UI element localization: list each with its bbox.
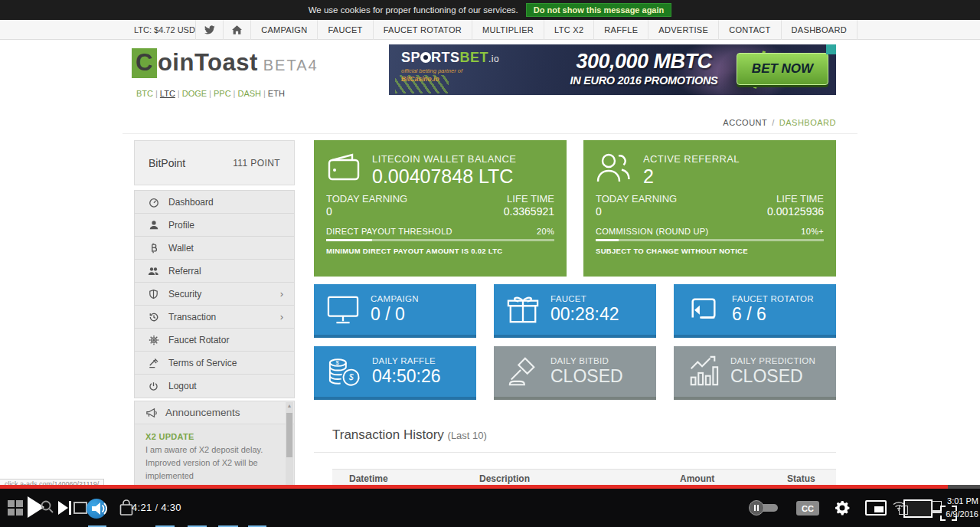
column-datetime: Datetime: [349, 473, 388, 484]
nav-item-campaign[interactable]: CAMPAIGN: [250, 20, 317, 40]
bet-now-button[interactable]: BET NOW: [737, 53, 828, 85]
autoplay-toggle[interactable]: [749, 502, 779, 513]
nav-item-faucet[interactable]: FAUCET: [317, 20, 372, 40]
player-settings-gear-icon[interactable]: [833, 499, 851, 520]
windows-start-button[interactable]: [8, 500, 23, 516]
coin-link-btc[interactable]: BTC: [136, 89, 153, 98]
coin-link-doge[interactable]: DOGE: [182, 89, 207, 98]
faucet-tile[interactable]: FAUCET 00:28:42: [494, 284, 656, 338]
active-referral-card: ACTIVE REFERRAL 2 TODAY EARNING LIFE TIM…: [583, 140, 836, 277]
power-icon: [148, 381, 159, 391]
breadcrumb-separator: /: [772, 118, 775, 127]
gift-icon: [507, 293, 539, 326]
faucet-rotator-tile[interactable]: FAUCET ROTATOR 6 / 6: [674, 284, 836, 338]
sidebar-item-label: Security: [168, 289, 271, 300]
logo-c-block: C: [132, 48, 157, 78]
tile-label: CAMPAIGN: [371, 294, 419, 303]
sidebar-item-faucet-rotator[interactable]: Faucet Rotator: [135, 329, 294, 352]
daily-raffle-tile[interactable]: $$ DAILY RAFFLE 04:50:26: [314, 346, 476, 400]
announcement-line: implemented: [145, 471, 276, 480]
nav-item-faucet-rotator[interactable]: FAUCET ROTATOR: [373, 20, 472, 40]
clock-time: 3:01 PM: [943, 495, 978, 508]
banner-subtitle-brand: BitCasino.io: [401, 75, 439, 83]
miniplayer-button[interactable]: [865, 500, 887, 516]
time-total: 4:30: [161, 502, 181, 513]
daily-prediction-tile: DAILY PREDICTION CLOSED: [674, 346, 836, 400]
nav-item-raffle[interactable]: RAFFLE: [593, 20, 648, 40]
breadcrumb: ACCOUNT/DASHBOARD: [723, 118, 836, 127]
closed-captions-button[interactable]: CC: [796, 501, 819, 516]
breadcrumb-account[interactable]: ACCOUNT: [723, 118, 767, 127]
bitpoint-value: 111 POINT: [233, 158, 280, 169]
users-icon: [148, 266, 159, 277]
referral-card-value: 2: [643, 165, 740, 188]
nav-item-ltc-x2[interactable]: LTC X2: [544, 20, 593, 40]
sidebar-item-transaction[interactable]: Transaction ›: [135, 306, 294, 329]
transaction-history-title: Transaction History (Last 10): [332, 427, 487, 443]
soccer-ball-icon: [420, 52, 431, 63]
cookie-dismiss-button[interactable]: Do not show this message again: [526, 3, 672, 17]
sidebar-item-label: Dashboard: [168, 197, 286, 208]
sidebar-item-terms[interactable]: Terms of Service: [135, 352, 294, 375]
pause-icon: [749, 500, 764, 516]
tile-value: 6 / 6: [732, 304, 814, 325]
nav-item-dashboard[interactable]: DASHBOARD: [781, 20, 858, 40]
nav-item-multiplier[interactable]: MULTIPLIER: [472, 20, 544, 40]
sidebar-item-security[interactable]: Security ›: [135, 283, 294, 306]
coin-separator: |: [155, 89, 158, 98]
coin-separator: |: [263, 89, 266, 98]
next-video-button[interactable]: [58, 501, 71, 515]
column-amount: Amount: [680, 473, 714, 484]
tile-label: DAILY RAFFLE: [372, 356, 441, 365]
coin-link-ppc[interactable]: PPC: [214, 89, 231, 98]
volume-button[interactable]: [90, 501, 109, 516]
history-icon: [148, 312, 159, 322]
nav-item-contact[interactable]: CONTACT: [718, 20, 780, 40]
home-icon[interactable]: [223, 20, 250, 40]
gear-icon: [148, 335, 159, 345]
scrollbar-thumb[interactable]: [286, 413, 292, 457]
chevron-right-icon: ›: [280, 288, 286, 300]
coin-link-dash[interactable]: DASH: [237, 89, 261, 98]
tile-label: FAUCET ROTATOR: [732, 294, 814, 303]
task-view-button[interactable]: [74, 502, 87, 514]
sportsbet-banner-ad[interactable]: SPRTSBET.io official betting partner ofB…: [389, 44, 836, 95]
wallet-card-value: 0.00407848 LTC: [372, 165, 516, 188]
search-icon[interactable]: [40, 499, 54, 513]
wallet-balance-card: LITECOIN WALLET BALANCE 0.00407848 LTC T…: [314, 140, 567, 277]
bitpoint-card: BitPoint 111 POINT: [134, 140, 295, 185]
site-logo[interactable]: CoinToastBETA4: [132, 49, 318, 77]
bitpoint-label: BitPoint: [149, 157, 185, 169]
section-divider: [314, 452, 836, 453]
system-clock[interactable]: 3:01 PM 6/9/2016: [943, 495, 978, 520]
lifetime-value: 0.3365921: [504, 205, 554, 218]
sidebar-item-dashboard[interactable]: Dashboard: [135, 191, 294, 214]
coin-separator: |: [234, 89, 236, 98]
wallet-card-footnote: MINIMUM DIRECT PAYOUT AMOUNT IS 0.02 LTC: [314, 247, 567, 255]
sidebar-item-logout[interactable]: Logout: [135, 375, 294, 398]
player-time-display: 4:21 / 4:30: [132, 502, 181, 513]
nav-item-advertise[interactable]: ADVERTISE: [648, 20, 718, 40]
logo-beta-tag: BETA4: [263, 57, 318, 74]
coin-link-ltc[interactable]: LTC: [160, 89, 175, 98]
lifetime-label: LIFE TIME: [507, 193, 554, 205]
sidebar-item-referral[interactable]: Referral: [135, 260, 294, 283]
campaign-tile[interactable]: CAMPAIGN 0 / 0: [314, 284, 476, 338]
sidebar-item-profile[interactable]: Profile: [135, 214, 294, 237]
breadcrumb-bar: ACCOUNT/DASHBOARD: [122, 113, 858, 134]
lifetime-value: 0.00125936: [767, 205, 824, 218]
coin-separator: |: [209, 89, 211, 98]
payout-threshold-label: DIRECT PAYOUT THRESHOLD: [326, 227, 452, 236]
brand-sports: SP: [401, 50, 420, 65]
gavel-icon: [507, 355, 539, 388]
column-status: Status: [787, 473, 815, 484]
ad-badge-icon[interactable]: [826, 44, 836, 54]
payout-threshold-value: 20%: [537, 227, 554, 236]
today-earning-value: 0: [326, 205, 332, 218]
time-current: 4:21: [132, 502, 152, 513]
twitter-icon[interactable]: [195, 20, 223, 40]
coin-link-eth[interactable]: ETH: [268, 89, 285, 98]
sidebar-item-wallet[interactable]: Wallet: [135, 237, 294, 260]
theater-mode-button[interactable]: [903, 499, 933, 518]
announcements-scrollbar[interactable]: ▲: [286, 402, 293, 490]
